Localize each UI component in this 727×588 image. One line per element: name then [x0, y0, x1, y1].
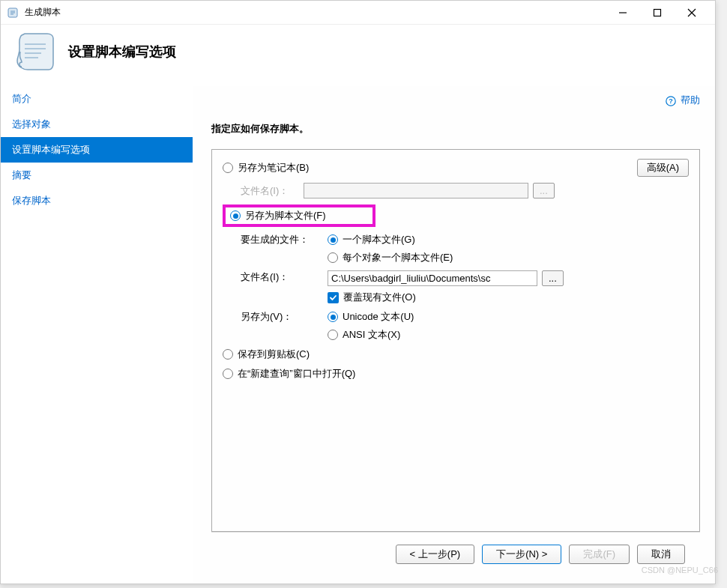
- script-filename-label: 文件名(I)：: [241, 270, 328, 284]
- finish-button: 完成(F): [569, 545, 630, 564]
- overwrite-label: 覆盖现有文件(O): [343, 291, 416, 304]
- wizard-sidebar: 简介 选择对象 设置脚本编写选项 摘要 保存脚本: [1, 86, 193, 584]
- help-link[interactable]: ? 帮助: [666, 94, 700, 106]
- sidebar-item-summary[interactable]: 摘要: [1, 163, 193, 188]
- instruction-text: 指定应如何保存脚本。: [211, 122, 700, 136]
- help-icon: ?: [666, 96, 676, 106]
- radio-one-script-file[interactable]: [328, 234, 338, 245]
- close-button[interactable]: [675, 1, 709, 24]
- radio-clipboard[interactable]: [223, 349, 233, 360]
- back-button[interactable]: < 上一步(P): [396, 545, 475, 564]
- next-button[interactable]: 下一步(N) >: [482, 545, 561, 564]
- wizard-header: 设置脚本编写选项: [1, 25, 715, 86]
- label-clipboard: 保存到剪贴板(C): [238, 348, 310, 361]
- wizard-window: 生成脚本 设置脚本编写选项 简介 选择对象 设置脚本编写选项 摘要 保存脚本 ?: [0, 0, 716, 584]
- save-as-label: 另存为(V)：: [241, 310, 328, 324]
- radio-save-notebook[interactable]: [223, 163, 233, 173]
- notebook-browse-button: ...: [533, 183, 555, 198]
- radio-save-script-file[interactable]: [230, 210, 241, 221]
- help-label: 帮助: [681, 94, 700, 106]
- label-one-script-file: 一个脚本文件(G): [343, 233, 415, 246]
- label-new-query: 在“新建查询”窗口中打开(Q): [238, 367, 355, 381]
- page-title: 设置脚本编写选项: [68, 43, 176, 61]
- cancel-button[interactable]: 取消: [637, 545, 685, 564]
- radio-unicode[interactable]: [328, 312, 338, 322]
- svg-text:?: ?: [669, 97, 674, 105]
- wizard-footer: < 上一步(P) 下一步(N) > 完成(F) 取消: [211, 532, 700, 576]
- script-browse-button[interactable]: ...: [542, 270, 564, 286]
- script-icon: [16, 31, 55, 73]
- main-content: ? 帮助 指定应如何保存脚本。 另存为笔记本(B) 高级(A) 文件名(I)：: [193, 86, 715, 584]
- radio-one-file-per-object[interactable]: [328, 252, 338, 263]
- sidebar-item-intro[interactable]: 简介: [1, 86, 193, 112]
- notebook-filename-label: 文件名(I)：: [241, 184, 304, 198]
- titlebar: 生成脚本: [1, 1, 715, 25]
- notebook-filename-input: [304, 183, 528, 198]
- script-filename-input[interactable]: [328, 270, 537, 286]
- sidebar-item-script-options[interactable]: 设置脚本编写选项: [1, 137, 193, 163]
- sidebar-item-select-objects[interactable]: 选择对象: [1, 112, 193, 137]
- label-save-script-file: 另存为脚本文件(F): [245, 209, 326, 222]
- minimize-button[interactable]: [606, 1, 640, 24]
- radio-new-query[interactable]: [223, 369, 233, 379]
- app-icon: [7, 7, 19, 19]
- files-to-generate-label: 要生成的文件：: [241, 233, 328, 246]
- highlighted-option: 另存为脚本文件(F): [223, 204, 375, 227]
- options-panel: 另存为笔记本(B) 高级(A) 文件名(I)： ... 另存为脚本文件(F): [211, 149, 700, 532]
- label-ansi: ANSI 文本(X): [343, 328, 400, 342]
- sidebar-item-save-script[interactable]: 保存脚本: [1, 188, 193, 213]
- overwrite-checkbox[interactable]: [328, 292, 339, 303]
- label-save-notebook: 另存为笔记本(B): [238, 161, 309, 175]
- maximize-button[interactable]: [640, 1, 675, 24]
- label-unicode: Unicode 文本(U): [343, 310, 414, 324]
- label-one-file-per-object: 每个对象一个脚本文件(E): [343, 251, 453, 264]
- radio-ansi[interactable]: [328, 330, 338, 340]
- watermark: CSDN @NEPU_C66: [642, 566, 718, 575]
- advanced-button[interactable]: 高级(A): [637, 159, 689, 177]
- window-title: 生成脚本: [25, 6, 606, 19]
- svg-rect-2: [654, 9, 661, 16]
